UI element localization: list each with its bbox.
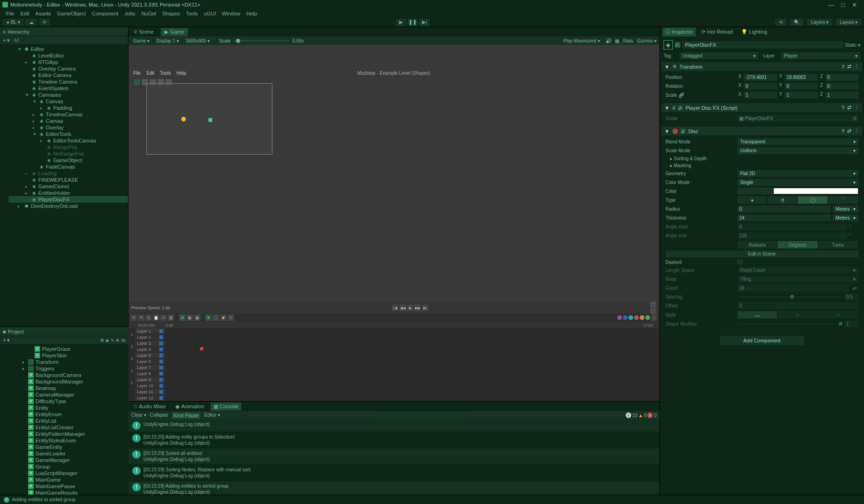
console-error-pause-button[interactable]: Error Pause (172, 412, 200, 419)
console-log-entry[interactable]: !UnityEngine.Debug:Log (object) (129, 419, 659, 432)
tl-color-blue[interactable] (623, 315, 628, 320)
hierarchy-item[interactable]: ▸⬢DontDestroyOnLoad (8, 203, 128, 209)
layers-dropdown[interactable]: Layers ▾ (807, 19, 832, 26)
cloud-button[interactable]: ☁ (25, 19, 37, 26)
console-search[interactable] (376, 412, 470, 419)
menu-nuget[interactable]: NuGet (139, 10, 159, 17)
hierarchy-item[interactable]: ◉LevelEditor (8, 52, 128, 59)
console-warn-count[interactable]: ▲8 (638, 412, 646, 418)
menu-icon[interactable]: ⋮ (854, 64, 859, 70)
project-item[interactable]: ▸Triggers (0, 365, 129, 372)
pause-button[interactable]: ❚❚ (407, 19, 418, 26)
menu-gameobject[interactable]: GameObject (55, 10, 88, 17)
project-item[interactable]: #MainGame (0, 476, 129, 483)
project-item[interactable]: ▸Transform (0, 359, 129, 365)
timeline-layer-row[interactable]: Layer 8 (135, 371, 165, 377)
sorting-foldout[interactable]: ▸ Sorting & Depth (670, 156, 707, 161)
tl-redo-icon[interactable]: ↷ (138, 314, 144, 321)
color-field[interactable] (737, 188, 858, 194)
project-item[interactable]: #MainGamePause (0, 483, 129, 490)
menu-help[interactable]: Help (244, 10, 259, 17)
help-icon[interactable]: ? (842, 64, 844, 70)
help-icon[interactable]: ? (842, 105, 844, 111)
hierarchy-item[interactable]: ▸◉TimelineCanvas (8, 111, 128, 118)
audio-mixer-tab[interactable]: ⎍ Audio Mixer (131, 403, 169, 410)
play-button[interactable]: ▶ (396, 19, 406, 26)
blend-mode-dropdown[interactable]: Transparent▾ (737, 138, 858, 145)
console-collapse-button[interactable]: Collapse (150, 412, 168, 419)
project-item[interactable]: #Beatmap (0, 385, 129, 391)
gameobject-name-field[interactable]: PlayerDiscFX (682, 41, 843, 49)
thickness-unit-dropdown[interactable]: Meters▾ (833, 214, 858, 221)
hierarchy-item[interactable]: ◉NoRangePos (8, 150, 128, 157)
mute-audio-icon[interactable]: 🔊 (606, 38, 611, 43)
color-mode-dropdown[interactable]: Single▾ (737, 179, 858, 186)
timeline-layer-row[interactable]: Layer 11 (135, 389, 165, 395)
tl-sel1-icon[interactable]: ⬚ (213, 314, 219, 321)
tl-grid1-icon[interactable]: ▦ (186, 314, 193, 321)
menu-icon[interactable]: ⋮ (854, 105, 859, 111)
play-mode-dropdown[interactable]: Play Maximized ▾ (562, 38, 602, 44)
hierarchy-item[interactable]: ◉Editor Camera (8, 72, 128, 78)
menu-edit[interactable]: Edit (18, 10, 32, 17)
hierarchy-item[interactable]: ◉FINDMEPLEASE (8, 177, 128, 183)
menu-file[interactable]: File (4, 10, 17, 17)
hierarchy-tab[interactable]: ≡ Hierarchy (3, 29, 30, 35)
project-item[interactable]: #Group (0, 463, 129, 470)
hierarchy-item[interactable]: ▸◉RTGApp (8, 59, 128, 65)
project-item[interactable]: #BackgroundManager (0, 378, 129, 385)
rotation-z-field[interactable]: 0 (825, 83, 858, 90)
editor-menu-file[interactable]: File (133, 71, 141, 76)
project-item[interactable]: #BackgroundCamera (0, 372, 129, 378)
hierarchy-item[interactable]: ▸◉Overlay (8, 124, 128, 131)
hierarchy-item[interactable]: ◉Overlay Camera (8, 65, 128, 72)
console-log-entry[interactable]: ![03:23:29] Adding entities to sorted gr… (129, 481, 659, 495)
timeline-layer-row[interactable]: Layer 3 (135, 341, 165, 347)
timeline-layer-row[interactable]: Layer 4 (135, 347, 165, 353)
position-x-field[interactable]: -278.4001 (744, 74, 777, 81)
tag-dropdown[interactable]: Untagged▾ (679, 52, 758, 59)
geometry-dropdown[interactable]: Flat 2D▾ (737, 170, 858, 177)
disc-component-header[interactable]: ▼ ✓ Disc ? ⇄ ⋮ (662, 127, 862, 135)
stats-icon[interactable]: ▦ (615, 38, 619, 43)
radius-field[interactable]: 0 (737, 206, 831, 213)
preset-icon[interactable]: ⇄ (847, 64, 851, 70)
gizmos-dropdown[interactable]: Gizmos ▾ (637, 38, 657, 43)
position-y-field[interactable]: 19.80002 (785, 74, 818, 81)
dashed-checkbox[interactable] (737, 259, 743, 265)
hierarchy-item[interactable]: ◉Timeline Camera (8, 78, 128, 85)
editor-menu-edit[interactable]: Edit (146, 71, 154, 76)
project-item[interactable]: #EntityListCreator (0, 424, 129, 431)
lighting-tab[interactable]: 💡 Lighting (738, 28, 770, 36)
project-item[interactable]: #GameEntity (0, 444, 129, 450)
timeline-play-icon[interactable]: ▶ (407, 305, 414, 311)
timeline-first-icon[interactable]: |◀ (392, 305, 399, 311)
project-item[interactable]: #EntityList (0, 418, 129, 424)
hierarchy-item[interactable]: ▼◉Canvas (8, 98, 128, 105)
hierarchy-item[interactable]: ▼◉Canvases (8, 92, 128, 98)
project-item[interactable]: #GameManager (0, 457, 129, 463)
hierarchy-item[interactable]: ▼⬢Editor (8, 46, 128, 52)
hierarchy-item[interactable]: ◉EventSystem (8, 85, 128, 92)
timeline-last-icon[interactable]: ▶| (422, 305, 428, 311)
hot-reload-tab[interactable]: ⟳ Hot Reload (699, 28, 735, 36)
tl-text-icon[interactable]: T (228, 314, 234, 321)
tl-color-teal[interactable] (628, 315, 633, 320)
scale-x-field[interactable]: 1 (744, 92, 777, 99)
radius-unit-dropdown[interactable]: Meters▾ (833, 206, 858, 213)
preset-icon[interactable]: ⇄ (847, 105, 851, 111)
tl-undo-icon[interactable]: ↶ (130, 314, 137, 321)
timeline-layer-row[interactable]: Layer 12 (135, 395, 165, 401)
masking-foldout[interactable]: ▸ Masking (670, 163, 691, 168)
scale-slider[interactable] (234, 40, 290, 42)
project-item[interactable]: #EntityPatternManager (0, 431, 129, 437)
scale-z-field[interactable]: 1 (825, 92, 858, 99)
project-search[interactable] (12, 337, 98, 343)
undo-history-button[interactable]: ⟲ (775, 19, 786, 26)
inspector-tab[interactable]: ⓘ Inspector (663, 28, 696, 36)
console-editor-dropdown[interactable]: Editor ▾ (204, 412, 220, 419)
hierarchy-item[interactable]: ▼◉EditorTools (8, 131, 128, 137)
layout-dropdown[interactable]: Layout ▾ (836, 19, 861, 26)
game-view-dropdown[interactable]: Game ▾ (131, 38, 151, 44)
tl-color-green[interactable] (645, 315, 650, 320)
